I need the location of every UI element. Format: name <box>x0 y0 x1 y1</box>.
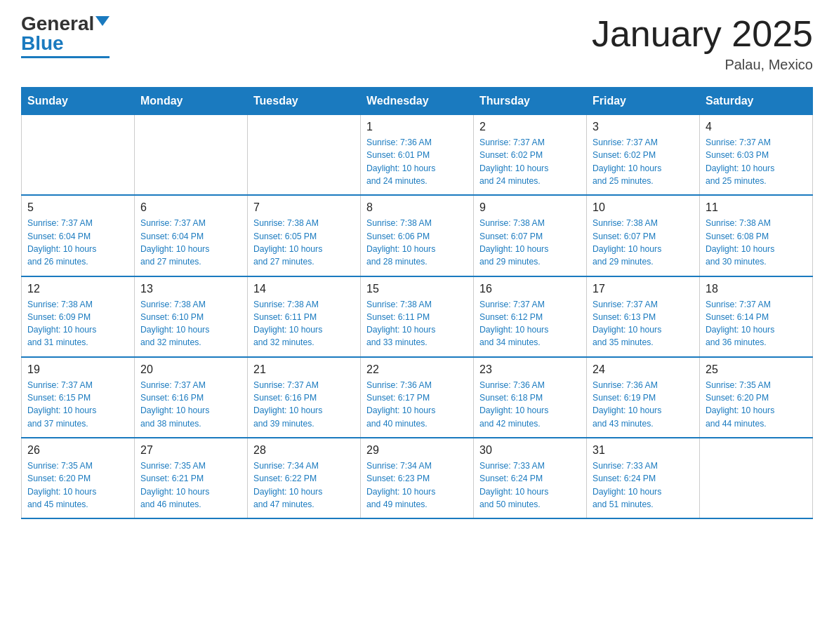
day-number: 30 <box>479 444 581 457</box>
sun-info: Sunrise: 7:38 AM Sunset: 6:05 PM Dayligh… <box>253 217 355 268</box>
day-number: 23 <box>479 363 581 376</box>
sun-info: Sunrise: 7:38 AM Sunset: 6:11 PM Dayligh… <box>366 298 468 349</box>
calendar-cell: 3Sunrise: 7:37 AM Sunset: 6:02 PM Daylig… <box>587 115 700 196</box>
calendar-header-row: Sunday Monday Tuesday Wednesday Thursday… <box>22 88 813 115</box>
day-number: 25 <box>706 363 807 376</box>
sun-info: Sunrise: 7:37 AM Sunset: 6:16 PM Dayligh… <box>253 379 355 430</box>
calendar-cell: 2Sunrise: 7:37 AM Sunset: 6:02 PM Daylig… <box>474 115 587 196</box>
calendar-week-row: 5Sunrise: 7:37 AM Sunset: 6:04 PM Daylig… <box>22 195 813 276</box>
calendar-cell: 15Sunrise: 7:38 AM Sunset: 6:11 PM Dayli… <box>361 276 474 357</box>
calendar-cell: 20Sunrise: 7:37 AM Sunset: 6:16 PM Dayli… <box>135 357 248 438</box>
sun-info: Sunrise: 7:34 AM Sunset: 6:23 PM Dayligh… <box>366 459 468 511</box>
logo-triangle-icon <box>95 16 110 26</box>
calendar-cell: 18Sunrise: 7:37 AM Sunset: 6:14 PM Dayli… <box>700 276 813 357</box>
calendar-cell: 5Sunrise: 7:37 AM Sunset: 6:04 PM Daylig… <box>22 195 135 276</box>
calendar-cell <box>248 115 361 196</box>
calendar-cell: 31Sunrise: 7:33 AM Sunset: 6:24 PM Dayli… <box>587 438 700 518</box>
calendar-week-row: 12Sunrise: 7:38 AM Sunset: 6:09 PM Dayli… <box>22 276 813 357</box>
sun-info: Sunrise: 7:38 AM Sunset: 6:07 PM Dayligh… <box>593 217 694 268</box>
sun-info: Sunrise: 7:37 AM Sunset: 6:14 PM Dayligh… <box>706 298 807 349</box>
day-number: 3 <box>593 121 694 133</box>
sun-info: Sunrise: 7:35 AM Sunset: 6:20 PM Dayligh… <box>706 379 807 430</box>
day-number: 16 <box>479 283 581 295</box>
sun-info: Sunrise: 7:37 AM Sunset: 6:12 PM Dayligh… <box>479 298 581 349</box>
day-number: 9 <box>479 201 581 214</box>
day-number: 24 <box>593 363 694 376</box>
day-number: 29 <box>366 444 468 457</box>
sun-info: Sunrise: 7:36 AM Sunset: 6:18 PM Dayligh… <box>479 379 581 430</box>
calendar-cell: 17Sunrise: 7:37 AM Sunset: 6:13 PM Dayli… <box>587 276 700 357</box>
sun-info: Sunrise: 7:38 AM Sunset: 6:08 PM Dayligh… <box>706 217 807 268</box>
day-number: 31 <box>593 444 694 457</box>
sun-info: Sunrise: 7:37 AM Sunset: 6:03 PM Dayligh… <box>706 136 807 187</box>
calendar-cell: 14Sunrise: 7:38 AM Sunset: 6:11 PM Dayli… <box>248 276 361 357</box>
day-number: 2 <box>479 121 581 133</box>
sun-info: Sunrise: 7:36 AM Sunset: 6:01 PM Dayligh… <box>366 136 468 187</box>
day-number: 17 <box>593 283 694 295</box>
day-number: 27 <box>140 444 241 457</box>
sun-info: Sunrise: 7:37 AM Sunset: 6:02 PM Dayligh… <box>479 136 581 187</box>
calendar-cell: 25Sunrise: 7:35 AM Sunset: 6:20 PM Dayli… <box>700 357 813 438</box>
page-header: General Blue January 2025 Palau, Mexico <box>21 14 813 73</box>
sun-info: Sunrise: 7:38 AM Sunset: 6:11 PM Dayligh… <box>253 298 355 349</box>
calendar-cell: 28Sunrise: 7:34 AM Sunset: 6:22 PM Dayli… <box>248 438 361 518</box>
calendar-subtitle: Palau, Mexico <box>592 57 813 73</box>
day-number: 8 <box>366 201 468 214</box>
logo: General Blue <box>21 14 110 58</box>
calendar-cell: 29Sunrise: 7:34 AM Sunset: 6:23 PM Dayli… <box>361 438 474 518</box>
calendar-cell: 9Sunrise: 7:38 AM Sunset: 6:07 PM Daylig… <box>474 195 587 276</box>
sun-info: Sunrise: 7:38 AM Sunset: 6:09 PM Dayligh… <box>27 298 128 349</box>
calendar-cell: 22Sunrise: 7:36 AM Sunset: 6:17 PM Dayli… <box>361 357 474 438</box>
day-number: 21 <box>253 363 355 376</box>
col-monday: Monday <box>135 88 248 115</box>
col-tuesday: Tuesday <box>248 88 361 115</box>
calendar-table: Sunday Monday Tuesday Wednesday Thursday… <box>21 87 813 519</box>
day-number: 1 <box>366 121 468 133</box>
day-number: 11 <box>706 201 807 214</box>
calendar-cell: 10Sunrise: 7:38 AM Sunset: 6:07 PM Dayli… <box>587 195 700 276</box>
day-number: 7 <box>253 201 355 214</box>
sun-info: Sunrise: 7:37 AM Sunset: 6:04 PM Dayligh… <box>27 217 128 268</box>
day-number: 14 <box>253 283 355 295</box>
calendar-title: January 2025 <box>592 14 813 54</box>
title-section: January 2025 Palau, Mexico <box>592 14 813 73</box>
calendar-week-row: 26Sunrise: 7:35 AM Sunset: 6:20 PM Dayli… <box>22 438 813 518</box>
col-thursday: Thursday <box>474 88 587 115</box>
day-number: 19 <box>27 363 128 376</box>
day-number: 20 <box>140 363 241 376</box>
calendar-cell: 7Sunrise: 7:38 AM Sunset: 6:05 PM Daylig… <box>248 195 361 276</box>
calendar-cell: 1Sunrise: 7:36 AM Sunset: 6:01 PM Daylig… <box>361 115 474 196</box>
col-saturday: Saturday <box>700 88 813 115</box>
calendar-cell: 26Sunrise: 7:35 AM Sunset: 6:20 PM Dayli… <box>22 438 135 518</box>
logo-blue-text: Blue <box>21 34 64 53</box>
sun-info: Sunrise: 7:34 AM Sunset: 6:22 PM Dayligh… <box>253 459 355 511</box>
sun-info: Sunrise: 7:33 AM Sunset: 6:24 PM Dayligh… <box>479 459 581 511</box>
calendar-cell <box>700 438 813 518</box>
logo-general-text: General <box>21 14 94 34</box>
calendar-cell: 8Sunrise: 7:38 AM Sunset: 6:06 PM Daylig… <box>361 195 474 276</box>
col-sunday: Sunday <box>22 88 135 115</box>
sun-info: Sunrise: 7:38 AM Sunset: 6:06 PM Dayligh… <box>366 217 468 268</box>
sun-info: Sunrise: 7:35 AM Sunset: 6:21 PM Dayligh… <box>140 459 241 511</box>
day-number: 26 <box>27 444 128 457</box>
calendar-cell: 30Sunrise: 7:33 AM Sunset: 6:24 PM Dayli… <box>474 438 587 518</box>
calendar-cell: 4Sunrise: 7:37 AM Sunset: 6:03 PM Daylig… <box>700 115 813 196</box>
logo-underline <box>21 56 110 58</box>
sun-info: Sunrise: 7:37 AM Sunset: 6:02 PM Dayligh… <box>593 136 694 187</box>
day-number: 22 <box>366 363 468 376</box>
day-number: 5 <box>27 201 128 214</box>
day-number: 10 <box>593 201 694 214</box>
calendar-cell: 21Sunrise: 7:37 AM Sunset: 6:16 PM Dayli… <box>248 357 361 438</box>
calendar-cell: 23Sunrise: 7:36 AM Sunset: 6:18 PM Dayli… <box>474 357 587 438</box>
sun-info: Sunrise: 7:35 AM Sunset: 6:20 PM Dayligh… <box>27 459 128 511</box>
calendar-cell <box>22 115 135 196</box>
day-number: 12 <box>27 283 128 295</box>
calendar-week-row: 1Sunrise: 7:36 AM Sunset: 6:01 PM Daylig… <box>22 115 813 196</box>
day-number: 6 <box>140 201 241 214</box>
sun-info: Sunrise: 7:37 AM Sunset: 6:04 PM Dayligh… <box>140 217 241 268</box>
sun-info: Sunrise: 7:36 AM Sunset: 6:17 PM Dayligh… <box>366 379 468 430</box>
sun-info: Sunrise: 7:36 AM Sunset: 6:19 PM Dayligh… <box>593 379 694 430</box>
day-number: 28 <box>253 444 355 457</box>
calendar-week-row: 19Sunrise: 7:37 AM Sunset: 6:15 PM Dayli… <box>22 357 813 438</box>
calendar-cell: 24Sunrise: 7:36 AM Sunset: 6:19 PM Dayli… <box>587 357 700 438</box>
